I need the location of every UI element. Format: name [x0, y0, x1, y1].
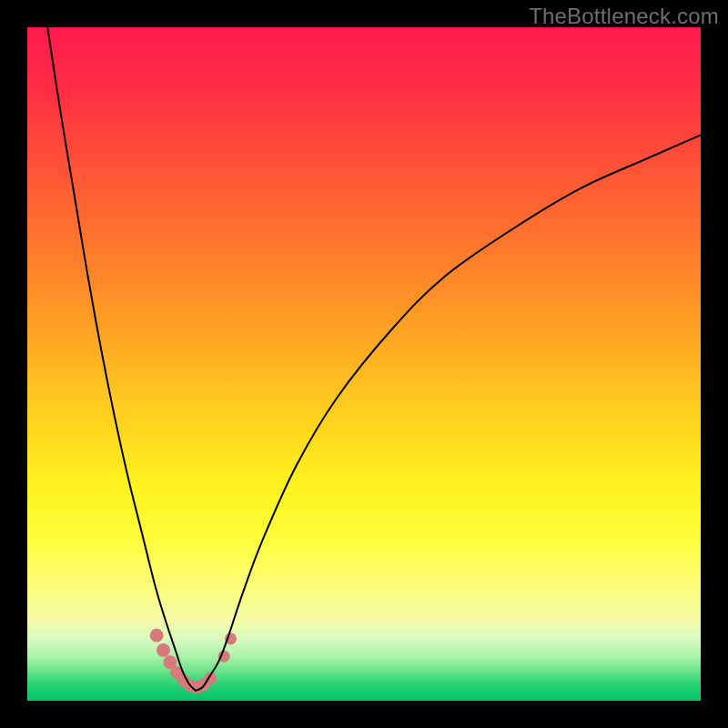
- right-curve: [196, 135, 701, 691]
- watermark-text: TheBottleneck.com: [529, 4, 719, 29]
- highlight-marker: [150, 629, 164, 642]
- chart-frame: TheBottleneck.com: [0, 0, 728, 728]
- left-curve: [47, 27, 196, 691]
- markers-group: [150, 629, 237, 693]
- highlight-marker: [157, 643, 170, 657]
- chart-overlay: [27, 27, 701, 701]
